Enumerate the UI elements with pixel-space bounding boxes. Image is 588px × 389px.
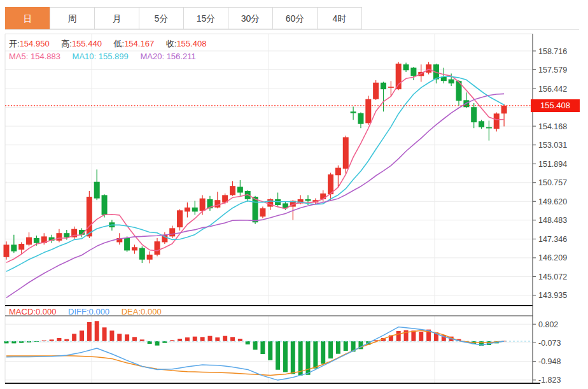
price-axis-label: 156.442 (538, 85, 567, 94)
low-readout: 低:154.167 (114, 39, 155, 48)
tab-4hour[interactable]: 4时 (317, 7, 362, 29)
price-axis-label: 143.935 (538, 291, 567, 300)
price-axis-label: 158.716 (538, 47, 567, 56)
candle (365, 99, 371, 124)
high-value: 155.440 (72, 39, 102, 48)
diff-label: DIFF: (68, 307, 89, 316)
diff-value-readout: DIFF:0.000 (68, 307, 109, 316)
candle (305, 199, 311, 201)
price-axis-label: -0.073 (538, 339, 561, 348)
price-axis-label: 148.483 (538, 216, 567, 225)
macd-readout: MACD:0.000 DIFF:0.000 DEA:0.000 (9, 307, 171, 316)
ma20-readout: MA20: 156.211 (140, 52, 195, 61)
candle (410, 67, 416, 76)
price-axis-label: 149.620 (538, 197, 567, 206)
macd-bar (344, 341, 348, 351)
candle (56, 233, 62, 241)
candle (253, 197, 258, 222)
candle (494, 113, 500, 129)
macd-bar (215, 337, 220, 341)
macd-bar (117, 334, 122, 341)
candle (155, 241, 160, 255)
open-value: 154.950 (20, 39, 50, 48)
macd-value-readout: MACD:0.000 (9, 307, 56, 316)
low-value: 154.167 (124, 39, 154, 48)
tab-15min[interactable]: 15分 (183, 7, 228, 29)
candle (373, 83, 379, 99)
candle (396, 64, 402, 89)
macd-bar (155, 341, 160, 346)
candle (358, 113, 363, 124)
macd-bar (72, 334, 76, 341)
low-label: 低: (114, 39, 125, 48)
candle (486, 127, 492, 129)
candle (471, 107, 477, 122)
candle (426, 64, 431, 73)
macd-bar (95, 321, 99, 341)
candle (124, 238, 130, 250)
candle (388, 87, 394, 88)
macd-bar (246, 341, 250, 344)
tab-5min[interactable]: 5分 (139, 7, 184, 29)
high-label: 高: (61, 39, 72, 48)
price-axis-label: 154.168 (538, 122, 567, 131)
macd-bar (321, 341, 325, 364)
price-axis-label: 153.031 (538, 141, 567, 150)
price-axis-label: 150.757 (538, 178, 567, 187)
ma20-label: MA20: (140, 52, 164, 61)
candle (230, 186, 235, 195)
macd-bar (419, 332, 423, 341)
price-axis-label: 146.209 (538, 253, 567, 262)
close-readout: 收:155.408 (166, 39, 207, 48)
ma10-label: MA10: (73, 52, 97, 61)
macd-bar (298, 341, 303, 376)
tab-30min[interactable]: 30分 (228, 7, 273, 29)
price-axis-label: -1.823 (538, 376, 561, 385)
macd-bar (396, 331, 401, 341)
macd-bar (193, 337, 197, 341)
macd-bar (87, 322, 92, 341)
tab-60min[interactable]: 60分 (272, 7, 318, 29)
ohlc-readout: 开:154.950 高:155.440 低:154.167 收:155.408 (9, 38, 216, 50)
close-label: 收: (166, 39, 177, 48)
candle (449, 80, 454, 83)
tab-day[interactable]: 日 (5, 7, 50, 29)
close-value: 155.408 (176, 39, 206, 48)
candle (237, 187, 243, 192)
macd-bar (80, 330, 84, 341)
ma10-value: 155.899 (99, 52, 129, 61)
macd-bar (11, 341, 16, 343)
ma10-readout: MA10: 155.899 (73, 52, 129, 61)
dea-value-readout: DEA:0.000 (122, 307, 162, 316)
tab-week[interactable]: 周 (50, 7, 95, 29)
dea-label: DEA: (122, 307, 141, 316)
macd-bar (313, 341, 318, 369)
candle (147, 255, 153, 260)
diff-value: 0.000 (89, 307, 110, 316)
ma20-value: 156.211 (167, 52, 196, 61)
macd-label: MACD: (9, 307, 36, 316)
macd-bar (185, 337, 190, 341)
candle (501, 106, 507, 113)
candle (34, 238, 39, 243)
macd-bar (102, 327, 107, 341)
candle (185, 208, 190, 211)
candle (351, 111, 356, 113)
price-axis-label: 145.072 (538, 272, 567, 281)
macd-bar (276, 341, 280, 370)
macd-bar (4, 341, 9, 343)
macd-bar (260, 341, 265, 354)
candle (479, 121, 484, 127)
candle (26, 237, 32, 245)
macd-bar (109, 330, 114, 341)
macd-value: 0.000 (36, 307, 57, 316)
candle (403, 64, 409, 70)
price-axis-label: 151.894 (538, 160, 567, 169)
macd-bar (283, 341, 288, 372)
macd-bar (291, 341, 295, 374)
price-axis-label: 0.802 (538, 320, 558, 329)
candle (11, 244, 17, 251)
macd-bar (64, 339, 69, 341)
ma5-value: 154.883 (31, 52, 60, 61)
tab-month[interactable]: 月 (94, 7, 139, 29)
